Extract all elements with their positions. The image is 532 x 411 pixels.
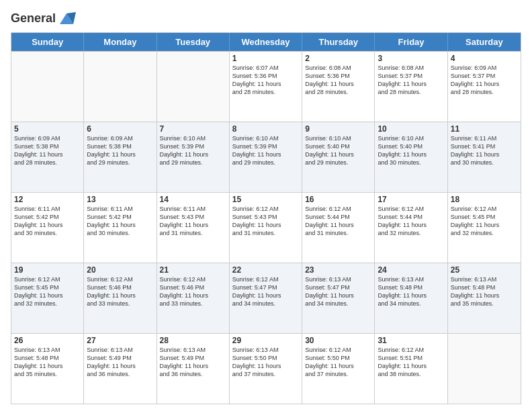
calendar-cell: 8Sunrise: 6:10 AM Sunset: 5:39 PM Daylig…: [230, 122, 302, 192]
day-info: Sunrise: 6:13 AM Sunset: 5:48 PM Dayligh…: [451, 275, 518, 308]
calendar-week-5: 26Sunrise: 6:13 AM Sunset: 5:48 PM Dayli…: [11, 333, 521, 404]
day-number: 19: [14, 265, 81, 275]
day-info: Sunrise: 6:11 AM Sunset: 5:41 PM Dayligh…: [451, 134, 518, 167]
day-number: 21: [160, 265, 226, 275]
calendar-cell: 23Sunrise: 6:13 AM Sunset: 5:47 PM Dayli…: [302, 263, 375, 333]
calendar-cell: 19Sunrise: 6:12 AM Sunset: 5:45 PM Dayli…: [11, 263, 84, 333]
calendar-week-3: 12Sunrise: 6:11 AM Sunset: 5:42 PM Dayli…: [11, 192, 521, 263]
day-number: 18: [451, 195, 518, 204]
day-info: Sunrise: 6:13 AM Sunset: 5:47 PM Dayligh…: [305, 275, 371, 308]
header-day-sunday: Sunday: [11, 33, 84, 51]
day-number: 26: [14, 336, 81, 345]
day-number: 24: [378, 265, 444, 275]
day-number: 28: [160, 336, 226, 345]
day-info: Sunrise: 6:13 AM Sunset: 5:49 PM Dayligh…: [87, 346, 153, 379]
day-number: 23: [305, 265, 371, 275]
day-info: Sunrise: 6:13 AM Sunset: 5:48 PM Dayligh…: [378, 275, 444, 308]
header-day-thursday: Thursday: [302, 33, 375, 51]
logo-icon: [57, 9, 76, 28]
calendar-cell: 29Sunrise: 6:13 AM Sunset: 5:50 PM Dayli…: [230, 334, 302, 404]
day-info: Sunrise: 6:12 AM Sunset: 5:50 PM Dayligh…: [305, 346, 371, 379]
day-number: 1: [232, 54, 299, 63]
calendar-cell: 30Sunrise: 6:12 AM Sunset: 5:50 PM Dayli…: [302, 334, 375, 404]
calendar-cell: [157, 52, 230, 122]
day-info: Sunrise: 6:09 AM Sunset: 5:38 PM Dayligh…: [14, 134, 81, 167]
day-info: Sunrise: 6:13 AM Sunset: 5:48 PM Dayligh…: [14, 346, 81, 379]
calendar-cell: 18Sunrise: 6:12 AM Sunset: 5:45 PM Dayli…: [448, 193, 521, 263]
day-info: Sunrise: 6:12 AM Sunset: 5:44 PM Dayligh…: [378, 205, 444, 238]
day-info: Sunrise: 6:12 AM Sunset: 5:47 PM Dayligh…: [232, 275, 299, 308]
day-number: 2: [305, 54, 371, 63]
calendar-cell: 21Sunrise: 6:12 AM Sunset: 5:46 PM Dayli…: [157, 263, 230, 333]
day-info: Sunrise: 6:13 AM Sunset: 5:50 PM Dayligh…: [232, 346, 299, 379]
day-number: 9: [305, 124, 371, 134]
calendar-cell: 20Sunrise: 6:12 AM Sunset: 5:46 PM Dayli…: [84, 263, 157, 333]
calendar-header: SundayMondayTuesdayWednesdayThursdayFrid…: [11, 33, 521, 51]
page: General SundayMondayTuesdayWednesdayThur…: [0, 0, 532, 411]
day-info: Sunrise: 6:10 AM Sunset: 5:40 PM Dayligh…: [305, 134, 371, 167]
calendar-week-4: 19Sunrise: 6:12 AM Sunset: 5:45 PM Dayli…: [11, 263, 521, 333]
header-day-friday: Friday: [375, 33, 447, 51]
calendar-cell: 6Sunrise: 6:09 AM Sunset: 5:38 PM Daylig…: [84, 122, 157, 192]
day-number: 13: [87, 195, 153, 204]
calendar: SundayMondayTuesdayWednesdayThursdayFrid…: [11, 32, 521, 404]
day-number: 12: [14, 195, 81, 204]
day-number: 20: [87, 265, 153, 275]
day-number: 5: [14, 124, 81, 134]
day-info: Sunrise: 6:08 AM Sunset: 5:36 PM Dayligh…: [305, 64, 371, 97]
header-day-saturday: Saturday: [448, 33, 521, 51]
calendar-cell: 25Sunrise: 6:13 AM Sunset: 5:48 PM Dayli…: [448, 263, 521, 333]
calendar-cell: 5Sunrise: 6:09 AM Sunset: 5:38 PM Daylig…: [11, 122, 84, 192]
day-info: Sunrise: 6:11 AM Sunset: 5:42 PM Dayligh…: [87, 205, 153, 238]
calendar-cell: 28Sunrise: 6:13 AM Sunset: 5:49 PM Dayli…: [157, 334, 230, 404]
header: General: [11, 7, 521, 28]
day-info: Sunrise: 6:09 AM Sunset: 5:38 PM Dayligh…: [87, 134, 153, 167]
day-number: 31: [378, 336, 444, 345]
header-day-tuesday: Tuesday: [157, 33, 230, 51]
calendar-cell: 11Sunrise: 6:11 AM Sunset: 5:41 PM Dayli…: [448, 122, 521, 192]
day-number: 14: [160, 195, 226, 204]
calendar-cell: 16Sunrise: 6:12 AM Sunset: 5:44 PM Dayli…: [302, 193, 375, 263]
calendar-cell: [448, 334, 521, 404]
calendar-cell: [84, 52, 157, 122]
calendar-cell: 9Sunrise: 6:10 AM Sunset: 5:40 PM Daylig…: [302, 122, 375, 192]
day-info: Sunrise: 6:10 AM Sunset: 5:40 PM Dayligh…: [378, 134, 444, 167]
calendar-cell: 31Sunrise: 6:12 AM Sunset: 5:51 PM Dayli…: [375, 334, 447, 404]
day-info: Sunrise: 6:13 AM Sunset: 5:49 PM Dayligh…: [160, 346, 226, 379]
calendar-cell: 3Sunrise: 6:08 AM Sunset: 5:37 PM Daylig…: [375, 52, 447, 122]
day-info: Sunrise: 6:09 AM Sunset: 5:37 PM Dayligh…: [451, 64, 518, 97]
header-day-wednesday: Wednesday: [230, 33, 302, 51]
day-number: 4: [451, 54, 518, 63]
day-number: 15: [232, 195, 299, 204]
day-number: 3: [378, 54, 444, 63]
calendar-cell: 1Sunrise: 6:07 AM Sunset: 5:36 PM Daylig…: [230, 52, 302, 122]
calendar-cell: [11, 52, 84, 122]
day-info: Sunrise: 6:12 AM Sunset: 5:46 PM Dayligh…: [160, 275, 226, 308]
day-number: 30: [305, 336, 371, 345]
calendar-cell: 27Sunrise: 6:13 AM Sunset: 5:49 PM Dayli…: [84, 334, 157, 404]
calendar-cell: 14Sunrise: 6:11 AM Sunset: 5:43 PM Dayli…: [157, 193, 230, 263]
calendar-cell: 15Sunrise: 6:12 AM Sunset: 5:43 PM Dayli…: [230, 193, 302, 263]
day-info: Sunrise: 6:12 AM Sunset: 5:45 PM Dayligh…: [14, 275, 81, 308]
day-info: Sunrise: 6:12 AM Sunset: 5:51 PM Dayligh…: [378, 346, 444, 379]
day-number: 16: [305, 195, 371, 204]
day-info: Sunrise: 6:12 AM Sunset: 5:44 PM Dayligh…: [305, 205, 371, 238]
day-number: 17: [378, 195, 444, 204]
day-info: Sunrise: 6:11 AM Sunset: 5:42 PM Dayligh…: [14, 205, 81, 238]
day-number: 10: [378, 124, 444, 134]
calendar-cell: 22Sunrise: 6:12 AM Sunset: 5:47 PM Dayli…: [230, 263, 302, 333]
calendar-cell: 4Sunrise: 6:09 AM Sunset: 5:37 PM Daylig…: [448, 52, 521, 122]
day-number: 7: [160, 124, 226, 134]
day-info: Sunrise: 6:12 AM Sunset: 5:46 PM Dayligh…: [87, 275, 153, 308]
day-info: Sunrise: 6:10 AM Sunset: 5:39 PM Dayligh…: [232, 134, 299, 167]
calendar-cell: 2Sunrise: 6:08 AM Sunset: 5:36 PM Daylig…: [302, 52, 375, 122]
day-number: 27: [87, 336, 153, 345]
calendar-week-1: 1Sunrise: 6:07 AM Sunset: 5:36 PM Daylig…: [11, 51, 521, 122]
day-number: 6: [87, 124, 153, 134]
calendar-body: 1Sunrise: 6:07 AM Sunset: 5:36 PM Daylig…: [11, 51, 521, 404]
logo: General: [11, 9, 76, 28]
calendar-week-2: 5Sunrise: 6:09 AM Sunset: 5:38 PM Daylig…: [11, 122, 521, 192]
calendar-cell: 24Sunrise: 6:13 AM Sunset: 5:48 PM Dayli…: [375, 263, 447, 333]
day-number: 8: [232, 124, 299, 134]
day-number: 29: [232, 336, 299, 345]
